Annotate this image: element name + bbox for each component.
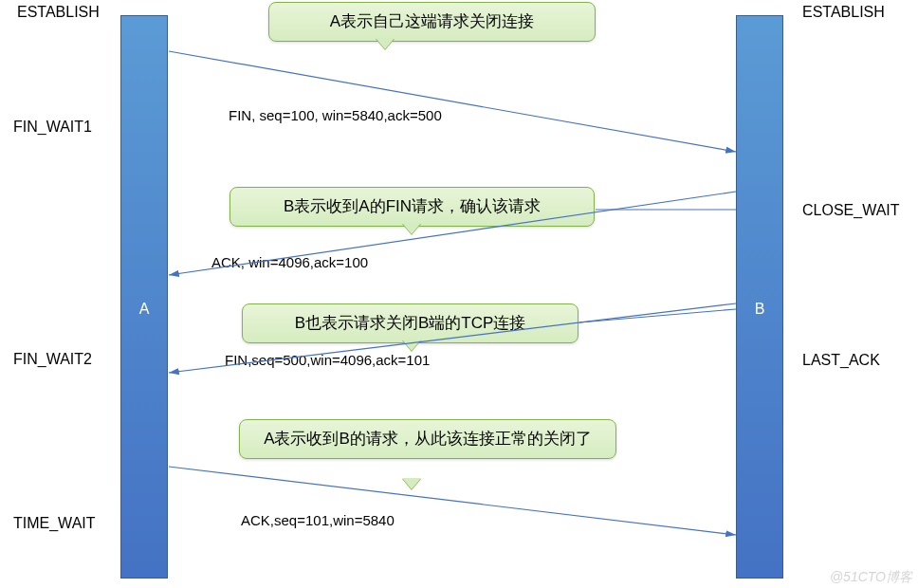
callout-a-ack-tail: [402, 478, 421, 489]
callout-b-ack-fin-text: B表示收到A的FIN请求，确认该请求: [284, 197, 541, 215]
bar-b-label: B: [737, 301, 782, 318]
bar-a-label: A: [121, 301, 167, 318]
callout-b-ack-fin-tail: [402, 223, 421, 234]
callout-b-fin: B也表示请求关闭B端的TCP连接: [242, 303, 578, 343]
watermark: @51CTO博客: [830, 569, 912, 586]
callout-a-fin-tail: [376, 38, 395, 49]
connector-c3-to-b: [579, 309, 736, 322]
timeline-bar-b: B: [736, 15, 783, 579]
state-a-time-wait: TIME_WAIT: [13, 515, 96, 532]
callout-a-ack-text: A表示收到B的请求，从此该连接正常的关闭了: [264, 430, 592, 448]
state-b-last-ack: LAST_ACK: [802, 352, 880, 369]
state-a-establish: ESTABLISH: [17, 4, 100, 21]
state-a-fin-wait2: FIN_WAIT2: [13, 351, 92, 368]
state-b-establish: ESTABLISH: [802, 4, 885, 21]
packet-4-label: ACK,seq=101,win=5840: [241, 512, 395, 528]
diagram-canvas: ESTABLISH FIN_WAIT1 FIN_WAIT2 TIME_WAIT …: [0, 0, 918, 588]
callout-b-fin-text: B也表示请求关闭B端的TCP连接: [295, 314, 526, 332]
packet-1-label: FIN, seq=100, win=5840,ack=500: [229, 107, 442, 123]
callout-b-ack-fin: B表示收到A的FIN请求，确认该请求: [230, 187, 595, 227]
state-b-close-wait: CLOSE_WAIT: [802, 202, 900, 219]
state-a-fin-wait1: FIN_WAIT1: [13, 119, 92, 136]
timeline-bar-a: A: [120, 15, 168, 579]
callout-a-ack: A表示收到B的请求，从此该连接正常的关闭了: [239, 419, 616, 459]
arrow-a-to-b-fin: [169, 51, 736, 152]
packet-3-label: FIN,seq=500,win=4096,ack=101: [225, 352, 430, 368]
callout-b-fin-tail: [402, 340, 421, 351]
packet-2-label: ACK, win=4096,ack=100: [211, 254, 368, 270]
callout-a-fin: A表示自己这端请求关闭连接: [268, 2, 596, 42]
callout-a-fin-text: A表示自己这端请求关闭连接: [330, 12, 534, 30]
